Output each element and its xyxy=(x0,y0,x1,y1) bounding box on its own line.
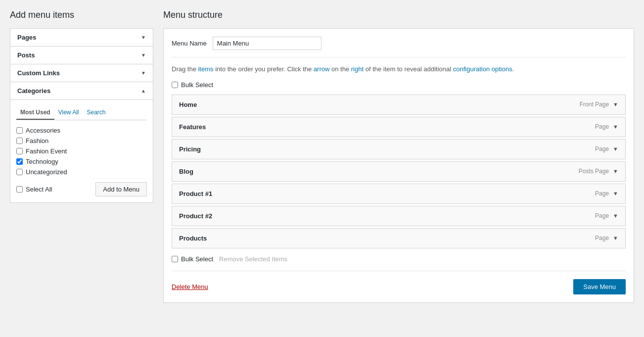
categories-list: Accessories Fashion Fashion Event Techno… xyxy=(16,125,147,177)
bulk-select-bottom-checkbox[interactable] xyxy=(172,256,178,262)
accordion-categories-label: Categories xyxy=(17,87,50,95)
menu-item-features-type: Page xyxy=(595,123,609,130)
cat-fashion-event-label[interactable]: Fashion Event xyxy=(26,147,67,155)
accordion-posts: Posts ▼ xyxy=(10,46,153,64)
menu-item-blog-right: Posts Page ▼ xyxy=(579,168,618,175)
save-menu-button[interactable]: Save Menu xyxy=(573,279,626,294)
accordion-custom-links-header[interactable]: Custom Links ▼ xyxy=(10,64,153,82)
list-item: Accessories xyxy=(16,125,147,136)
categories-footer: Select All Add to Menu xyxy=(16,182,147,196)
chevron-down-icon[interactable]: ▼ xyxy=(613,101,618,107)
accordion-custom-links: Custom Links ▼ xyxy=(10,64,153,82)
menu-name-input[interactable] xyxy=(213,37,322,50)
right-panel-title: Menu structure xyxy=(163,10,634,20)
menu-item-home-type: Front Page xyxy=(580,101,609,108)
menu-item-product2-label: Product #2 xyxy=(179,212,212,220)
menu-item-product2-right: Page ▼ xyxy=(595,212,618,219)
chevron-down-icon: ▼ xyxy=(141,70,146,76)
chevron-up-icon: ▲ xyxy=(141,88,146,94)
cat-uncategorized-checkbox[interactable] xyxy=(16,169,23,175)
list-item: Fashion xyxy=(16,136,147,146)
left-panel-title: Add menu items xyxy=(10,10,153,20)
chevron-down-icon[interactable]: ▼ xyxy=(613,213,618,219)
menu-items-list: Home Front Page ▼ Features Page ▼ Pricin… xyxy=(172,95,626,248)
accordion-pages-label: Pages xyxy=(17,34,36,41)
accordion-categories: Categories ▲ Most Used View All Search A… xyxy=(10,82,153,203)
chevron-down-icon[interactable]: ▼ xyxy=(613,146,618,152)
menu-item-features-label: Features xyxy=(179,123,206,131)
tab-most-used[interactable]: Most Used xyxy=(16,106,54,120)
menu-item-features-right: Page ▼ xyxy=(595,123,618,130)
menu-item-product2-type: Page xyxy=(595,212,609,219)
bulk-select-top-label[interactable]: Bulk Select xyxy=(172,81,213,89)
bulk-select-top-checkbox[interactable] xyxy=(172,82,178,88)
menu-name-row: Menu Name xyxy=(172,37,626,57)
menu-name-label: Menu Name xyxy=(172,40,207,47)
menu-item-features[interactable]: Features Page ▼ xyxy=(172,117,626,137)
menu-item-home-right: Front Page ▼ xyxy=(580,101,618,108)
menu-item-home[interactable]: Home Front Page ▼ xyxy=(172,95,626,115)
cat-fashion-checkbox[interactable] xyxy=(16,138,23,144)
accordion-posts-header[interactable]: Posts ▼ xyxy=(10,47,153,64)
bulk-select-bottom-label[interactable]: Bulk Select xyxy=(172,255,213,263)
menu-item-pricing[interactable]: Pricing Page ▼ xyxy=(172,139,626,159)
cat-uncategorized-label[interactable]: Uncategorized xyxy=(26,168,67,176)
menu-item-products[interactable]: Products Page ▼ xyxy=(172,228,626,248)
menu-item-product1-right: Page ▼ xyxy=(595,190,618,197)
menu-structure-box: Menu Name Drag the items into the order … xyxy=(163,28,634,303)
menu-item-blog-type: Posts Page xyxy=(579,168,609,175)
bulk-select-top-row: Bulk Select xyxy=(172,81,626,89)
menu-item-product1[interactable]: Product #1 Page ▼ xyxy=(172,184,626,204)
chevron-down-icon[interactable]: ▼ xyxy=(613,124,618,130)
list-item: Technology xyxy=(16,156,147,167)
left-panel: Add menu items Pages ▼ Posts ▼ Custom Li… xyxy=(10,10,153,327)
menu-item-home-label: Home xyxy=(179,101,197,108)
drag-instructions: Drag the items into the order you prefer… xyxy=(172,64,626,74)
cat-technology-label[interactable]: Technology xyxy=(26,158,58,165)
categories-tabs: Most Used View All Search xyxy=(16,106,147,120)
accordion-pages-header[interactable]: Pages ▼ xyxy=(10,29,153,46)
remove-selected-button[interactable]: Remove Selected Items xyxy=(219,255,287,263)
list-item: Fashion Event xyxy=(16,146,147,156)
menu-item-product2[interactable]: Product #2 Page ▼ xyxy=(172,206,626,226)
select-all-checkbox[interactable] xyxy=(16,186,23,193)
chevron-down-icon: ▼ xyxy=(141,52,146,58)
footer-actions: Delete Menu Save Menu xyxy=(172,271,626,294)
accordion-pages: Pages ▼ xyxy=(10,28,153,47)
menu-item-product1-label: Product #1 xyxy=(179,190,212,197)
drag-right-link[interactable]: right xyxy=(351,65,364,73)
menu-item-pricing-label: Pricing xyxy=(179,145,201,153)
chevron-down-icon[interactable]: ▼ xyxy=(613,191,618,196)
menu-item-product1-type: Page xyxy=(595,190,609,197)
cat-fashion-event-checkbox[interactable] xyxy=(16,148,23,154)
drag-arrow-link[interactable]: arrow xyxy=(314,65,330,73)
menu-item-blog[interactable]: Blog Posts Page ▼ xyxy=(172,161,626,182)
menu-item-products-type: Page xyxy=(595,235,609,241)
menu-item-pricing-right: Page ▼ xyxy=(595,145,618,152)
accordion-categories-header[interactable]: Categories ▲ xyxy=(10,82,153,99)
menu-item-products-label: Products xyxy=(179,235,207,242)
drag-items-link[interactable]: items xyxy=(198,65,213,73)
cat-technology-checkbox[interactable] xyxy=(16,158,23,165)
cat-accessories-label[interactable]: Accessories xyxy=(26,127,60,134)
tab-search[interactable]: Search xyxy=(83,106,110,120)
menu-item-products-right: Page ▼ xyxy=(595,235,618,241)
chevron-down-icon[interactable]: ▼ xyxy=(613,168,618,174)
chevron-down-icon: ▼ xyxy=(141,35,146,40)
accordion-posts-label: Posts xyxy=(17,51,35,59)
delete-menu-link[interactable]: Delete Menu xyxy=(172,283,208,290)
tab-view-all[interactable]: View All xyxy=(54,106,83,120)
select-all-label[interactable]: Select All xyxy=(16,186,52,193)
drag-config-link[interactable]: configuration options xyxy=(453,65,512,73)
accordion-custom-links-label: Custom Links xyxy=(17,69,60,77)
chevron-down-icon[interactable]: ▼ xyxy=(613,235,618,241)
right-panel: Menu structure Menu Name Drag the items … xyxy=(163,10,634,327)
bulk-select-bottom-row: Bulk Select Remove Selected Items xyxy=(172,255,626,263)
menu-item-blog-label: Blog xyxy=(179,168,193,175)
cat-fashion-label[interactable]: Fashion xyxy=(26,137,48,144)
list-item: Uncategorized xyxy=(16,167,147,177)
categories-body: Most Used View All Search Accessories Fa… xyxy=(10,99,153,202)
menu-item-pricing-type: Page xyxy=(595,145,609,152)
cat-accessories-checkbox[interactable] xyxy=(16,127,23,134)
add-to-menu-button[interactable]: Add to Menu xyxy=(95,182,147,196)
